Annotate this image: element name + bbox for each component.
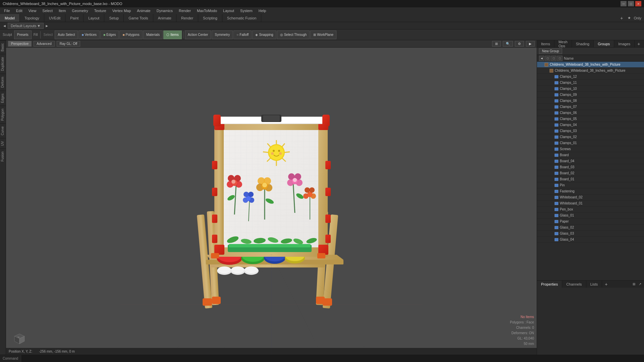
items-list[interactable]: Childrens_Whiteboard_38_Inches_with_Pict…	[537, 62, 644, 280]
auto-select-button[interactable]: Auto Select	[55, 31, 78, 39]
presets-button[interactable]: Presets	[14, 31, 32, 39]
tab-star[interactable]: ★	[628, 16, 631, 20]
symmetry-button[interactable]: Symmetry	[212, 31, 233, 39]
tab-paint[interactable]: Paint	[65, 14, 84, 22]
menu-geometry[interactable]: Geometry	[69, 8, 91, 13]
list-item[interactable]: Whiteboard_01	[537, 200, 644, 206]
menu-item[interactable]: Item	[56, 8, 68, 13]
select-through-button[interactable]: ◎ Select Through	[277, 31, 310, 39]
item-row-root[interactable]: Childrens_Whiteboard_38_Inches_with_Pict…	[537, 62, 644, 68]
sidebar-tab-duplicate[interactable]: Duplicate	[0, 54, 6, 74]
list-item[interactable]: Clamps_03	[537, 128, 644, 134]
viewport-zoom-btn[interactable]: 🔍	[503, 41, 513, 47]
list-item[interactable]: Pen_box	[537, 206, 644, 213]
list-item[interactable]: Board_02	[537, 170, 644, 176]
tab-schematic[interactable]: Schematic Fusion	[222, 14, 261, 22]
menu-help[interactable]: Help	[256, 8, 269, 13]
menu-vertexmap[interactable]: Vertex Map	[110, 8, 134, 13]
list-item[interactable]: Board_01	[537, 176, 644, 182]
edges-button[interactable]: ■ Edges	[100, 31, 119, 39]
list-item[interactable]: Glass_02	[537, 225, 644, 231]
sidebar-tab-uv[interactable]: UV	[0, 138, 6, 148]
rp-tab-shading[interactable]: Shading	[572, 40, 594, 47]
viewport-raygl-btn[interactable]: Ray GL: Off	[57, 41, 80, 47]
rp-tab-images[interactable]: Images	[614, 40, 635, 47]
list-item[interactable]: Board_04	[537, 158, 644, 164]
sidebar-tab-deform[interactable]: Deform	[0, 74, 6, 90]
bp-expand-button[interactable]: ⊞	[631, 282, 637, 287]
menu-file[interactable]: File	[1, 8, 13, 13]
list-item[interactable]: Clamps_10	[537, 86, 644, 92]
list-item[interactable]: Glass_04	[537, 237, 644, 243]
list-item[interactable]: Paper	[537, 219, 644, 225]
list-item[interactable]: Clamps_07	[537, 104, 644, 110]
command-input[interactable]	[21, 355, 644, 362]
list-item[interactable]: Clamps_12	[537, 74, 644, 80]
list-item[interactable]: Clamps_01	[537, 140, 644, 146]
sidebar-tab-polygon[interactable]: Polygon	[0, 106, 6, 123]
bp-tab-add[interactable]: +	[602, 281, 610, 288]
snapping-button[interactable]: ◈ Snapping	[252, 31, 276, 39]
list-item[interactable]: Clamps_08	[537, 98, 644, 104]
falloff-button[interactable]: ○ Falloff	[233, 31, 252, 39]
list-item[interactable]: Glass_03	[537, 231, 644, 237]
tab-model[interactable]: Model	[0, 14, 20, 22]
nh-action-4[interactable]: □	[557, 56, 562, 61]
viewport-settings-btn[interactable]: ⚙	[515, 41, 524, 47]
list-item[interactable]: Clamps_11	[537, 80, 644, 86]
list-item[interactable]: Clamps_09	[537, 92, 644, 98]
list-item[interactable]: Glass_01	[537, 213, 644, 219]
list-item[interactable]: Board	[537, 152, 644, 158]
viewport-more-btn[interactable]: ▶	[526, 41, 535, 47]
rp-panel-expand[interactable]: ⊞	[643, 40, 644, 47]
rp-tab-groups[interactable]: Groups	[594, 40, 614, 47]
tab-render[interactable]: Render	[176, 14, 198, 22]
list-item[interactable]: Whiteboard_02	[537, 194, 644, 200]
list-item[interactable]: Clamps_02	[537, 134, 644, 140]
menu-layout[interactable]: Layout	[220, 8, 237, 13]
workplane-button[interactable]: ⊞ WorkPlane	[310, 31, 336, 39]
new-group-button[interactable]: New Group	[539, 48, 562, 54]
tab-only[interactable]: Only	[634, 16, 641, 20]
bp-detach-button[interactable]: ↗	[637, 282, 643, 287]
menu-dynamics[interactable]: Dynamics	[154, 8, 175, 13]
viewport-expand-btn[interactable]: ⊞	[492, 41, 501, 47]
polygons-button[interactable]: ■ Polygons	[119, 31, 142, 39]
list-item[interactable]: Screws	[537, 146, 644, 152]
tab-gametools[interactable]: Game Tools	[124, 14, 153, 22]
bp-tab-properties[interactable]: Properties	[537, 281, 562, 288]
tab-scripting[interactable]: Scripting	[198, 14, 222, 22]
layout-dropdown[interactable]: Default Layouts ▼	[8, 23, 44, 29]
list-item[interactable]: Clamps_06	[537, 110, 644, 116]
materials-button[interactable]: Materials	[143, 31, 163, 39]
bp-tab-lists[interactable]: Lists	[586, 281, 602, 288]
menu-maxtomodo[interactable]: MaxToModo	[194, 8, 220, 13]
tab-layout[interactable]: Layout	[84, 14, 104, 22]
viewport-canvas[interactable]: Top No Items Polygons : Face Channels: 0…	[6, 48, 537, 355]
nh-action-3[interactable]: □	[551, 56, 556, 61]
layout-left-arrow[interactable]: ◄	[3, 24, 6, 28]
menu-animate[interactable]: Animate	[134, 8, 153, 13]
sidebar-tab-fusion[interactable]: Fusion	[0, 148, 6, 164]
sidebar-tab-curve[interactable]: Curve	[0, 123, 6, 138]
menu-edit[interactable]: Edit	[13, 8, 25, 13]
tab-animate[interactable]: Animate	[153, 14, 176, 22]
rp-tab-meshops[interactable]: Mesh Ops	[554, 40, 572, 47]
viewport-perspective-btn[interactable]: Perspective	[8, 41, 32, 47]
list-item[interactable]: Pin	[537, 182, 644, 188]
menu-system[interactable]: System	[237, 8, 255, 13]
layout-right-arrow[interactable]: ►	[45, 24, 49, 28]
tab-topology[interactable]: Topology	[20, 14, 44, 22]
rp-tab-add[interactable]: +	[635, 40, 643, 47]
list-item[interactable]: Clamps_05	[537, 116, 644, 122]
close-button[interactable]: ✕	[635, 1, 641, 6]
viewport-advanced-btn[interactable]: Advanced	[34, 41, 54, 47]
menu-select[interactable]: Select	[40, 8, 55, 13]
rp-tab-items[interactable]: Items	[537, 40, 554, 47]
nh-action-1[interactable]: ◄	[539, 56, 544, 61]
list-item[interactable]: Fastening	[537, 188, 644, 194]
list-item[interactable]: Childrens_Whiteboard_38_Inches_with_Pict…	[537, 68, 644, 74]
vertices-button[interactable]: ■ Vertices	[78, 31, 100, 39]
menu-render[interactable]: Render	[176, 8, 194, 13]
list-item[interactable]: Clamps_04	[537, 122, 644, 128]
